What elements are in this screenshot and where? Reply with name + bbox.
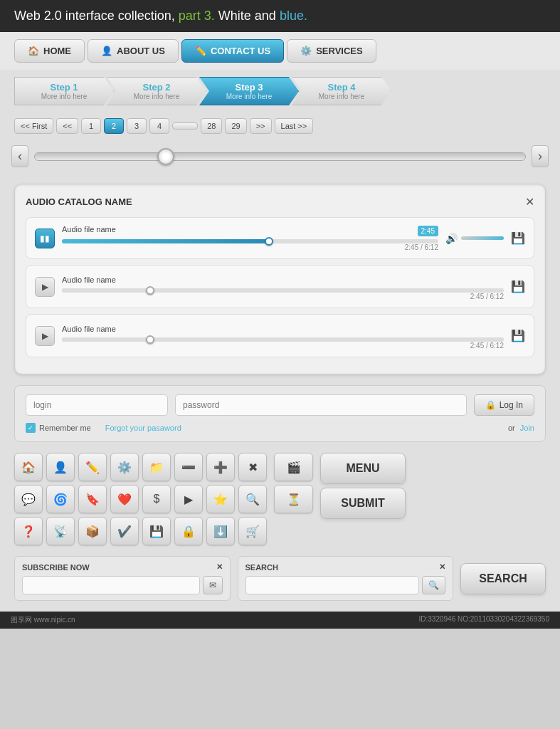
icon-heart[interactable]: ❤️ — [110, 485, 139, 513]
icon-folder[interactable]: 📁 — [142, 453, 171, 481]
icon-package[interactable]: 📦 — [78, 517, 107, 545]
icon-check[interactable]: ✔️ — [110, 517, 139, 545]
page-29[interactable]: 29 — [225, 118, 246, 134]
icon-search[interactable]: 🔍 — [238, 485, 267, 513]
step-3[interactable]: Step 3 More info here — [199, 77, 299, 105]
main-area: AUDIO CATALOG NAME ✕ ▮▮ Audio file name … — [0, 173, 560, 612]
header-bar: Web 2.0 interface collection, part 3. Wh… — [0, 0, 560, 32]
icon-user[interactable]: 👤 — [46, 453, 75, 481]
slider-thumb[interactable] — [157, 148, 174, 165]
watermark-id: ID:3320946 NO:20110330204322369350 — [419, 615, 550, 625]
track-3-duration: 2:45 / 6:12 — [62, 342, 504, 350]
forgot-link[interactable]: Forgot your pasaword — [105, 424, 181, 432]
icon-dollar[interactable]: $ — [142, 485, 171, 513]
menu-button[interactable]: MENU — [320, 453, 406, 484]
track-3-fill — [62, 337, 150, 342]
icon-chat[interactable]: 💬 — [14, 485, 43, 513]
save-icon-3[interactable]: 💾 — [511, 329, 525, 342]
search-button[interactable]: SEARCH — [460, 563, 546, 594]
icon-video[interactable]: 🎬 — [274, 453, 313, 481]
header-part: part 3. — [179, 9, 215, 23]
track-3-name: Audio file name — [62, 325, 116, 333]
icon-lock[interactable]: 🔒 — [174, 517, 203, 545]
page-next[interactable]: >> — [250, 118, 272, 134]
submit-button[interactable]: SUBMIT — [320, 488, 406, 519]
search-header: SEARCH ✕ — [245, 562, 446, 572]
icon-home[interactable]: 🏠 — [14, 453, 43, 481]
audio-track-2: ▶ Audio file name 2:45 / 6:12 💾 — [26, 265, 534, 308]
slider-track[interactable] — [34, 152, 526, 161]
icon-gear[interactable]: ⚙️ — [110, 453, 139, 481]
icon-hourglass[interactable]: ⏳ — [274, 485, 313, 513]
step-1[interactable]: Step 1 More info here — [14, 77, 114, 105]
icon-rss[interactable]: 📡 — [46, 517, 75, 545]
play-button-2[interactable]: ▶ — [35, 277, 55, 297]
subscribe-close-icon[interactable]: ✕ — [216, 562, 223, 572]
nav-item-services[interactable]: ⚙️ SERVICES — [287, 39, 376, 63]
save-icon-1[interactable]: 💾 — [511, 231, 525, 245]
join-link[interactable]: Join — [520, 424, 534, 432]
nav-item-about[interactable]: 👤 ABOUT US — [88, 39, 179, 63]
volume-slider[interactable] — [461, 236, 504, 240]
step-1-title: Step 1 — [50, 82, 78, 93]
special-icon-col: 🎬 ⏳ — [274, 453, 313, 513]
audio-title: AUDIO CATALOG NAME ✕ — [26, 195, 534, 209]
icon-plus[interactable]: ➕ — [206, 453, 235, 481]
pause-button-1[interactable]: ▮▮ — [35, 229, 55, 248]
search-input[interactable] — [245, 576, 420, 594]
page-3[interactable]: 3 — [127, 118, 147, 134]
subscribe-title: SUBSCRIBE NOW — [22, 563, 90, 572]
save-icon-2[interactable]: 💾 — [511, 280, 525, 293]
icon-question[interactable]: ❓ — [14, 517, 43, 545]
play-button-3[interactable]: ▶ — [35, 326, 55, 346]
track-2-progress[interactable] — [62, 288, 504, 293]
nav-item-home[interactable]: 🏠 HOME — [14, 39, 85, 63]
track-3-progress[interactable] — [62, 337, 504, 342]
page-4[interactable]: 4 — [149, 118, 169, 134]
track-2-info: Audio file name 2:45 / 6:12 — [62, 273, 504, 300]
close-icon[interactable]: ✕ — [525, 195, 534, 209]
search-close-icon[interactable]: ✕ — [439, 562, 445, 572]
step-3-sub: More info here — [226, 93, 272, 100]
step-4[interactable]: Step 4 More info here — [292, 77, 391, 105]
track-1-thumb[interactable] — [265, 237, 273, 246]
login-input[interactable] — [26, 394, 168, 416]
track-1-progress[interactable] — [62, 239, 438, 243]
page-prev[interactable]: << — [56, 118, 78, 134]
track-2-fill — [62, 288, 150, 293]
subscribe-email-btn[interactable]: ✉ — [203, 576, 223, 594]
audio-player: AUDIO CATALOG NAME ✕ ▮▮ Audio file name … — [14, 184, 546, 374]
icon-star[interactable]: ⭐ — [206, 485, 235, 513]
nav-item-contact[interactable]: ✏️ CONTACT US — [181, 39, 284, 63]
audio-track-1: ▮▮ Audio file name 2:45 2:45 / 6:12 🔊 💾 — [26, 217, 534, 259]
nav-label-contact: CONTACT US — [211, 46, 270, 56]
page-blank[interactable] — [172, 122, 198, 130]
page-1[interactable]: 1 — [81, 118, 101, 134]
remember-me[interactable]: ✓ Remember me — [26, 423, 91, 433]
slider-right-arrow[interactable]: › — [532, 145, 549, 167]
icon-close[interactable]: ✖ — [238, 453, 267, 481]
icon-cart[interactable]: 🛒 — [238, 517, 267, 545]
header-suffix: White and — [215, 9, 280, 23]
icon-minus[interactable]: ➖ — [174, 453, 203, 481]
right-buttons: MENU SUBMIT — [320, 453, 406, 519]
icon-download[interactable]: ⬇️ — [206, 517, 235, 545]
volume-area: 🔊 — [445, 233, 504, 244]
icon-floppy[interactable]: 💾 — [142, 517, 171, 545]
page-2[interactable]: 2 — [104, 118, 124, 134]
page-28[interactable]: 28 — [201, 118, 222, 134]
icon-arrow[interactable]: ▶ — [174, 485, 203, 513]
slider-left-arrow[interactable]: ‹ — [11, 145, 28, 167]
step-2-title: Step 2 — [142, 82, 170, 93]
subscribe-input[interactable] — [22, 576, 200, 594]
icon-pencil[interactable]: ✏️ — [78, 453, 107, 481]
search-icon-btn[interactable]: 🔍 — [422, 576, 445, 594]
icon-cursor[interactable]: 🌀 — [46, 485, 75, 513]
password-input[interactable] — [175, 394, 467, 416]
page-first[interactable]: << First — [14, 118, 53, 134]
login-button[interactable]: 🔒 Log In — [474, 394, 534, 416]
step-2[interactable]: Step 2 More info here — [107, 77, 206, 105]
icon-bookmark[interactable]: 🔖 — [78, 485, 107, 513]
page-last[interactable]: Last >> — [275, 118, 314, 134]
checkbox-remember[interactable]: ✓ — [26, 423, 36, 433]
